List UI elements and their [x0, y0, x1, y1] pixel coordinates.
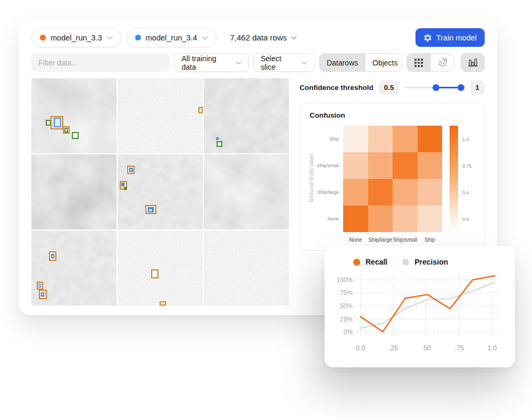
image-tile-2[interactable] — [118, 78, 203, 153]
image-tile-1[interactable] — [31, 78, 117, 153]
bounding-box — [54, 118, 61, 127]
filter-data-input[interactable] — [31, 53, 170, 72]
grid-view-icon — [414, 58, 423, 68]
image-tile-6[interactable] — [204, 154, 289, 229]
dataset-dropdown[interactable]: All training data — [174, 53, 249, 72]
x-tick-label: .75 — [455, 344, 464, 352]
confusion-cell[interactable] — [418, 179, 443, 206]
satellite-image — [31, 154, 117, 229]
x-tick-label: .25 — [389, 344, 398, 352]
confusion-cell[interactable] — [393, 206, 418, 232]
threshold-high-value: 1 — [470, 80, 485, 95]
label-marker — [216, 137, 219, 140]
recall-label: Recall — [365, 258, 387, 266]
chevron-down-icon — [202, 36, 208, 40]
confusion-heatmap — [343, 126, 442, 232]
x-tick-label: 1.0 — [487, 344, 496, 352]
col-label: Ship — [418, 237, 443, 243]
satellite-image — [118, 78, 203, 153]
y-tick-label: 75% — [340, 289, 353, 297]
label-marker — [219, 143, 221, 145]
confusion-cell[interactable] — [393, 152, 418, 179]
model-run-dropdown-2[interactable]: model_run_3.4 — [127, 28, 217, 47]
confidence-threshold-slider[interactable] — [405, 84, 465, 92]
label-marker — [130, 169, 132, 171]
confusion-cell[interactable] — [343, 206, 368, 232]
mode-toggle-datarows[interactable]: Datarows — [320, 54, 365, 71]
precision-label: Precision — [414, 258, 448, 266]
confusion-cell[interactable] — [393, 126, 418, 152]
train-model-button[interactable]: Train model — [415, 28, 485, 47]
chevron-down-icon — [107, 36, 113, 40]
confidence-threshold-label: Confidence threshold — [300, 84, 373, 92]
confusion-title: Confusion — [310, 111, 475, 119]
confusion-cell[interactable] — [343, 152, 368, 179]
colorbar-ticks: 1.00.750.40.0 — [458, 126, 475, 232]
confusion-cell[interactable] — [393, 179, 418, 206]
app-canvas: model_run_3.3 model_run_3.4 7,462 data r… — [0, 0, 532, 419]
confusion-cell[interactable] — [368, 206, 393, 232]
model-1-label: model_run_3.3 — [51, 34, 102, 42]
slider-handle-low[interactable] — [433, 84, 439, 91]
legend-item-recall[interactable]: Recall — [353, 258, 387, 266]
chart-legend: Recall Precision — [353, 258, 504, 266]
ground-truth-axis-label: Ground truth label — [307, 126, 315, 243]
satellite-image — [204, 154, 289, 229]
satellite-image — [31, 78, 117, 153]
model-2-label: model_run_3.4 — [146, 34, 197, 42]
charts-view-button[interactable] — [461, 53, 485, 72]
col-label: None — [343, 237, 368, 243]
image-tile-5[interactable] — [118, 154, 203, 229]
top-bar: model_run_3.3 model_run_3.4 7,462 data r… — [19, 19, 497, 47]
confusion-cell[interactable] — [418, 126, 443, 152]
satellite-image — [204, 231, 289, 306]
label-marker — [153, 272, 156, 275]
recall-dot-icon — [353, 259, 360, 266]
chevron-down-icon — [236, 61, 242, 65]
data-rows-dropdown[interactable]: 7,462 data rows — [230, 33, 297, 42]
confusion-cell[interactable] — [343, 179, 368, 206]
bar-chart-icon — [468, 58, 478, 68]
image-tile-7[interactable] — [31, 231, 117, 306]
dataset-dropdown-label: All training data — [181, 54, 231, 71]
image-tile-3[interactable] — [204, 78, 289, 153]
confusion-cell[interactable] — [418, 152, 443, 179]
image-grid — [31, 78, 289, 306]
legend-item-precision[interactable]: Precision — [402, 258, 448, 266]
bounding-box — [64, 128, 68, 132]
confusion-matrix: Ground truth label ShipShip/smallShip/la… — [307, 126, 475, 243]
colorbar-tick: 0.4 — [462, 190, 469, 195]
train-sparkle-icon — [423, 34, 432, 42]
model-2-color-dot — [135, 35, 141, 40]
colorbar-tick: 1.0 — [462, 137, 469, 142]
confusion-cell[interactable] — [343, 126, 368, 152]
model-run-dropdown-1[interactable]: model_run_3.3 — [31, 28, 121, 47]
bounding-box — [160, 301, 166, 306]
data-rows-count: 7,462 data rows — [230, 33, 287, 42]
slice-dropdown[interactable]: Select slice — [253, 53, 315, 72]
label-marker — [124, 187, 127, 190]
mode-toggle: Datarows Objects — [319, 53, 402, 72]
col-label: Ship/small — [393, 237, 418, 243]
image-tile-8[interactable] — [118, 231, 203, 306]
mode-toggle-objects[interactable]: Objects — [365, 54, 402, 71]
precision-line — [360, 283, 495, 328]
scatter-view-button[interactable] — [430, 54, 454, 71]
image-tile-4[interactable] — [31, 154, 117, 229]
grid-view-button[interactable] — [407, 54, 430, 71]
confusion-cell[interactable] — [368, 152, 393, 179]
precision-dot-icon — [402, 259, 409, 266]
confidence-threshold-row: Confidence threshold 0.5 1 — [300, 80, 485, 95]
slider-handle-high[interactable] — [458, 84, 464, 91]
x-tick-label: .50 — [422, 344, 431, 352]
confusion-cell[interactable] — [418, 206, 443, 232]
image-tile-9[interactable] — [204, 231, 289, 306]
confusion-cell[interactable] — [368, 179, 393, 206]
row-label: Ship/large — [315, 179, 343, 206]
chevron-down-icon — [302, 61, 307, 65]
satellite-image — [118, 231, 203, 306]
row-label: None — [315, 206, 343, 232]
confusion-cell[interactable] — [368, 126, 393, 152]
confusion-panel: Confusion Ground truth label ShipShip/sm… — [300, 103, 485, 251]
colorbar-gradient — [450, 126, 458, 232]
